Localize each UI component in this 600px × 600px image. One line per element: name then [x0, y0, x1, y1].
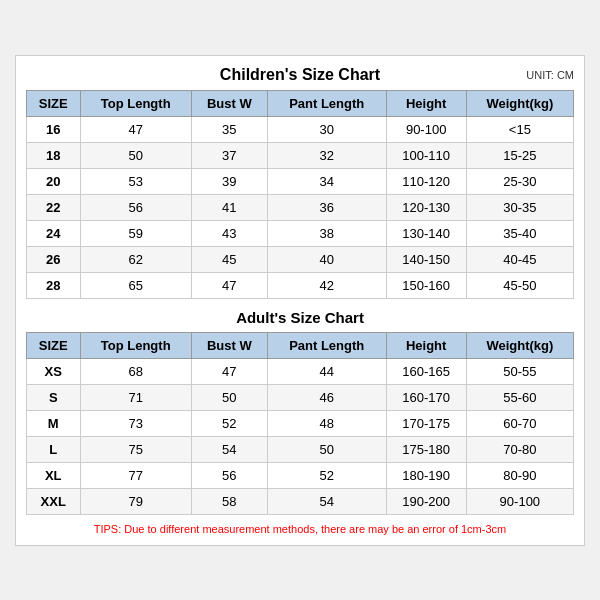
adults-table-row: XXL795854190-20090-100: [27, 488, 574, 514]
size-cell: XL: [27, 462, 81, 488]
chart-container: Children's Size Chart UNIT: CM SIZE Top …: [15, 55, 585, 546]
children-title-row: Children's Size Chart UNIT: CM: [26, 66, 574, 84]
children-table-row: 24594338130-14035-40: [27, 220, 574, 246]
children-table-row: 20533934110-12025-30: [27, 168, 574, 194]
size-cell: 16: [27, 116, 81, 142]
data-cell: 58: [191, 488, 267, 514]
data-cell: 54: [191, 436, 267, 462]
data-cell: 160-170: [386, 384, 466, 410]
data-cell: 59: [80, 220, 191, 246]
data-cell: 47: [191, 272, 267, 298]
data-cell: 130-140: [386, 220, 466, 246]
adults-col-height: Height: [386, 332, 466, 358]
children-table: SIZE Top Length Bust W Pant Length Heigh…: [26, 90, 574, 299]
data-cell: 44: [267, 358, 386, 384]
children-table-row: 26624540140-15040-45: [27, 246, 574, 272]
tips-text: TIPS: Due to different measurement metho…: [26, 523, 574, 535]
data-cell: 79: [80, 488, 191, 514]
data-cell: 34: [267, 168, 386, 194]
size-cell: S: [27, 384, 81, 410]
data-cell: 41: [191, 194, 267, 220]
data-cell: 68: [80, 358, 191, 384]
data-cell: 71: [80, 384, 191, 410]
data-cell: 75: [80, 436, 191, 462]
size-cell: L: [27, 436, 81, 462]
data-cell: 30: [267, 116, 386, 142]
adults-col-size: SIZE: [27, 332, 81, 358]
children-col-weight: Weight(kg): [466, 90, 573, 116]
adults-table-row: XS684744160-16550-55: [27, 358, 574, 384]
data-cell: 100-110: [386, 142, 466, 168]
data-cell: 90-100: [466, 488, 573, 514]
adults-table-row: S715046160-17055-60: [27, 384, 574, 410]
data-cell: 50: [80, 142, 191, 168]
adults-table-row: M735248170-17560-70: [27, 410, 574, 436]
data-cell: 48: [267, 410, 386, 436]
data-cell: 65: [80, 272, 191, 298]
data-cell: 47: [191, 358, 267, 384]
data-cell: 45: [191, 246, 267, 272]
adults-table: SIZE Top Length Bust W Pant Length Heigh…: [26, 332, 574, 515]
adults-col-weight: Weight(kg): [466, 332, 573, 358]
data-cell: 80-90: [466, 462, 573, 488]
data-cell: 62: [80, 246, 191, 272]
data-cell: 150-160: [386, 272, 466, 298]
data-cell: 37: [191, 142, 267, 168]
children-col-bust-w: Bust W: [191, 90, 267, 116]
size-cell: XXL: [27, 488, 81, 514]
children-table-row: 28654742150-16045-50: [27, 272, 574, 298]
unit-label: UNIT: CM: [526, 69, 574, 81]
adults-col-pant-length: Pant Length: [267, 332, 386, 358]
data-cell: 15-25: [466, 142, 573, 168]
data-cell: 35-40: [466, 220, 573, 246]
data-cell: 56: [191, 462, 267, 488]
size-cell: XS: [27, 358, 81, 384]
data-cell: 55-60: [466, 384, 573, 410]
data-cell: <15: [466, 116, 573, 142]
data-cell: 77: [80, 462, 191, 488]
data-cell: 90-100: [386, 116, 466, 142]
data-cell: 50-55: [466, 358, 573, 384]
size-cell: 18: [27, 142, 81, 168]
adults-table-row: L755450175-18070-80: [27, 436, 574, 462]
children-table-row: 18503732100-11015-25: [27, 142, 574, 168]
children-table-row: 22564136120-13030-35: [27, 194, 574, 220]
children-table-row: 1647353090-100<15: [27, 116, 574, 142]
data-cell: 43: [191, 220, 267, 246]
data-cell: 180-190: [386, 462, 466, 488]
children-col-pant-length: Pant Length: [267, 90, 386, 116]
children-col-size: SIZE: [27, 90, 81, 116]
data-cell: 52: [267, 462, 386, 488]
data-cell: 190-200: [386, 488, 466, 514]
data-cell: 175-180: [386, 436, 466, 462]
data-cell: 40-45: [466, 246, 573, 272]
data-cell: 52: [191, 410, 267, 436]
adults-chart-title: Adult's Size Chart: [26, 309, 574, 326]
data-cell: 160-165: [386, 358, 466, 384]
data-cell: 45-50: [466, 272, 573, 298]
data-cell: 47: [80, 116, 191, 142]
children-header-row: SIZE Top Length Bust W Pant Length Heigh…: [27, 90, 574, 116]
size-cell: 22: [27, 194, 81, 220]
data-cell: 50: [267, 436, 386, 462]
children-col-top-length: Top Length: [80, 90, 191, 116]
children-col-height: Height: [386, 90, 466, 116]
adults-col-top-length: Top Length: [80, 332, 191, 358]
data-cell: 73: [80, 410, 191, 436]
data-cell: 36: [267, 194, 386, 220]
data-cell: 70-80: [466, 436, 573, 462]
data-cell: 40: [267, 246, 386, 272]
size-cell: M: [27, 410, 81, 436]
data-cell: 38: [267, 220, 386, 246]
data-cell: 54: [267, 488, 386, 514]
data-cell: 120-130: [386, 194, 466, 220]
data-cell: 140-150: [386, 246, 466, 272]
data-cell: 60-70: [466, 410, 573, 436]
adults-table-row: XL775652180-19080-90: [27, 462, 574, 488]
data-cell: 32: [267, 142, 386, 168]
size-cell: 26: [27, 246, 81, 272]
size-cell: 20: [27, 168, 81, 194]
data-cell: 35: [191, 116, 267, 142]
data-cell: 56: [80, 194, 191, 220]
children-chart-title: Children's Size Chart: [220, 66, 380, 84]
